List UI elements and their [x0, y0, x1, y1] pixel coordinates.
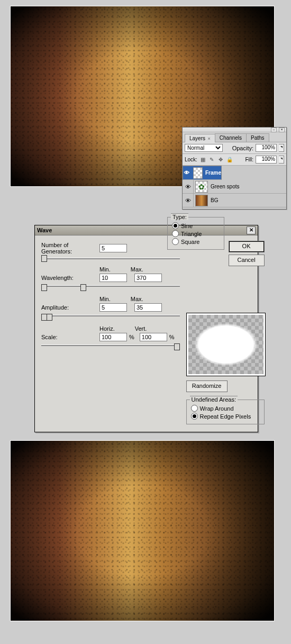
- amplitude-slider[interactable]: [41, 313, 180, 321]
- layer-name: BG: [210, 197, 218, 203]
- wave-dialog: Wave ✕ Number of Generators: Min.Max. Wa…: [34, 225, 258, 432]
- horiz-label: Horiz.: [99, 325, 115, 332]
- wavelength-min-input[interactable]: [99, 274, 127, 282]
- scale-horiz-input[interactable]: [99, 333, 127, 341]
- lock-label: Lock:: [185, 157, 197, 162]
- layer-name: Frame: [204, 170, 221, 176]
- panel-minimize-icon[interactable]: –: [271, 128, 277, 132]
- layer-row[interactable]: 👁 Frame: [183, 166, 222, 180]
- radio-icon: [172, 238, 179, 245]
- opacity-flyout-icon[interactable]: [279, 144, 284, 152]
- tab-label: Layers: [189, 135, 205, 141]
- layer-thumbnail[interactable]: [193, 167, 203, 179]
- wavelength-slider[interactable]: [41, 283, 180, 292]
- amplitude-max-input[interactable]: [134, 303, 162, 312]
- wave-preview: [186, 313, 266, 376]
- layer-row[interactable]: 👁 BG: [183, 194, 286, 207]
- dialog-close-icon[interactable]: ✕: [247, 226, 256, 234]
- texture-preview-after: [10, 440, 275, 621]
- type-square-radio[interactable]: Square: [172, 238, 220, 245]
- panel-close-icon[interactable]: ×: [279, 128, 285, 132]
- layers-panel: – × Layers × Channels Paths Normal Opaci…: [182, 127, 287, 210]
- tab-label: Channels: [220, 135, 242, 141]
- tab-paths[interactable]: Paths: [246, 133, 269, 142]
- layer-row[interactable]: 👁 Green spots: [183, 180, 286, 194]
- amplitude-label: Amplitude:: [41, 304, 99, 311]
- num-generators-input[interactable]: [99, 244, 127, 252]
- max-label: Max.: [131, 296, 143, 302]
- amplitude-min-input[interactable]: [99, 303, 127, 312]
- lock-all-icon[interactable]: 🔒: [226, 156, 233, 163]
- wavelength-label: Wavelength:: [41, 275, 99, 281]
- opacity-label: Opacity:: [232, 145, 253, 151]
- type-triangle-radio[interactable]: Triangle: [172, 230, 220, 237]
- scale-slider[interactable]: [41, 342, 180, 351]
- undefined-areas-legend: Undefined Areas:: [190, 396, 238, 403]
- percent-label: %: [169, 334, 175, 340]
- fill-flyout-icon[interactable]: [279, 156, 284, 164]
- radio-icon: [172, 230, 179, 237]
- repeat-edge-radio[interactable]: Repeat Edge Pixels: [191, 413, 260, 420]
- radio-icon: [191, 413, 198, 420]
- scale-label: Scale:: [41, 334, 99, 340]
- layers-list: 👁 Frame 👁 Green spots 👁 BG: [183, 166, 286, 207]
- type-group: Type: Sine Triangle Square: [167, 217, 224, 250]
- vert-label: Vert.: [135, 325, 147, 332]
- percent-label: %: [129, 334, 134, 340]
- cancel-button[interactable]: Cancel: [229, 255, 265, 266]
- layer-thumbnail[interactable]: [195, 181, 208, 193]
- type-legend: Type:: [171, 213, 188, 220]
- visibility-eye-icon[interactable]: 👁: [185, 197, 191, 204]
- layer-thumbnail[interactable]: [195, 195, 208, 206]
- dialog-title: Wave: [37, 227, 52, 233]
- radio-icon: [191, 405, 198, 412]
- layer-name: Green spots: [210, 184, 239, 189]
- num-generators-label: Number of Generators:: [41, 242, 99, 255]
- radio-icon: [172, 222, 179, 229]
- visibility-eye-icon[interactable]: 👁: [185, 184, 191, 190]
- min-label: Min.: [99, 266, 111, 273]
- type-sine-radio[interactable]: Sine: [172, 222, 220, 229]
- tab-label: Paths: [251, 135, 265, 141]
- wrap-around-radio[interactable]: Wrap Around: [191, 405, 260, 412]
- opacity-field[interactable]: 100%: [256, 144, 277, 152]
- undefined-areas-group: Undefined Areas: Wrap Around Repeat Edge…: [186, 400, 265, 424]
- lock-transparent-icon[interactable]: ▦: [199, 156, 206, 163]
- tab-layers[interactable]: Layers ×: [185, 134, 215, 142]
- tab-channels[interactable]: Channels: [215, 133, 247, 142]
- fill-label: Fill:: [245, 157, 253, 162]
- scale-vert-input[interactable]: [140, 333, 167, 341]
- ok-button[interactable]: OK: [229, 241, 265, 252]
- lock-position-icon[interactable]: ✥: [217, 156, 224, 163]
- fill-field[interactable]: 100%: [256, 156, 277, 164]
- panel-tabs: Layers × Channels Paths: [183, 132, 286, 142]
- close-icon[interactable]: ×: [206, 136, 211, 141]
- lock-paint-icon[interactable]: ✎: [208, 156, 215, 163]
- wavelength-max-input[interactable]: [134, 274, 162, 282]
- randomize-button[interactable]: Randomize: [186, 380, 228, 392]
- num-generators-slider[interactable]: [41, 256, 180, 262]
- blend-mode-select[interactable]: Normal: [185, 144, 223, 152]
- visibility-eye-icon[interactable]: 👁: [184, 170, 189, 176]
- panel-window-bar: – ×: [183, 128, 286, 132]
- min-label: Min.: [99, 296, 111, 302]
- max-label: Max.: [131, 266, 143, 273]
